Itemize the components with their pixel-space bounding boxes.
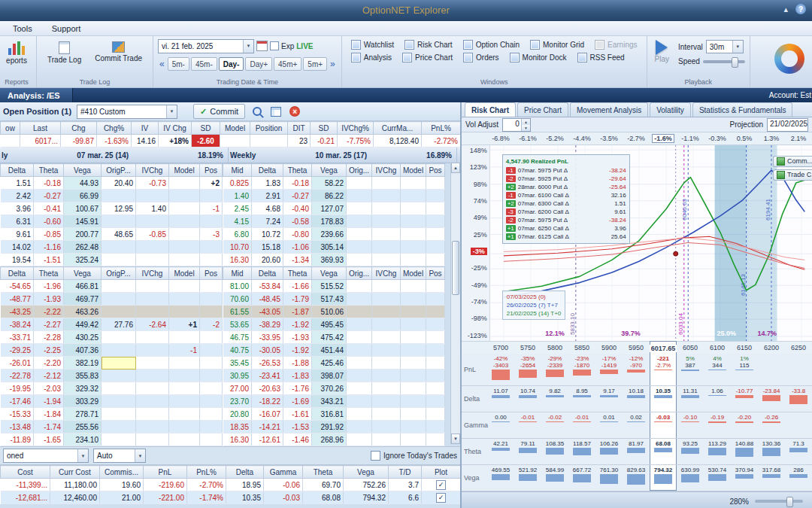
cell[interactable]: 752.26 xyxy=(344,479,389,491)
cell[interactable] xyxy=(169,190,200,202)
cell[interactable] xyxy=(200,280,223,293)
cell[interactable] xyxy=(200,215,223,228)
cell[interactable]: 19.54 xyxy=(1,254,34,266)
interval-dropdown-icon[interactable]: ▼ xyxy=(732,41,743,53)
cell[interactable]: -0.40 xyxy=(283,202,312,215)
cell[interactable] xyxy=(136,241,169,254)
cell[interactable]: 68.08 xyxy=(303,491,344,504)
cell[interactable]: 268.96 xyxy=(312,433,347,446)
cell[interactable] xyxy=(426,280,445,293)
cell[interactable] xyxy=(401,357,426,370)
vol-adjust-stepper[interactable]: 0 ▲ ▼ xyxy=(502,118,531,132)
cell[interactable] xyxy=(169,280,200,293)
cell[interactable]: 2.45 xyxy=(223,202,252,215)
cell[interactable]: 451.44 xyxy=(312,344,347,357)
cell[interactable] xyxy=(347,228,372,241)
cell[interactable]: 1.40 xyxy=(136,202,169,215)
cell[interactable]: 127.07 xyxy=(312,202,347,215)
cell[interactable]: -221.00 xyxy=(144,491,187,504)
cell[interactable]: 8,128.40 xyxy=(374,135,422,148)
cell[interactable]: 495.45 xyxy=(312,318,347,331)
menu-tools[interactable]: Tools xyxy=(11,23,35,34)
cell[interactable] xyxy=(169,421,200,433)
toggle-watchlist[interactable]: Watchlist xyxy=(347,38,398,51)
cell[interactable]: -1.53 xyxy=(283,421,312,433)
cell[interactable] xyxy=(426,382,445,395)
collapse-ribbon-icon[interactable]: ▴ xyxy=(783,5,788,14)
cell[interactable] xyxy=(102,433,136,446)
panel-button-tradec[interactable]: Trade C... xyxy=(773,169,812,181)
column-header[interactable]: IVChg xyxy=(372,164,401,177)
ignore-trades-checkbox[interactable] xyxy=(371,451,380,461)
cell[interactable]: 12.95 xyxy=(102,202,136,215)
cell[interactable]: -33.95 xyxy=(252,331,283,344)
cell[interactable] xyxy=(200,241,223,254)
expiry-left[interactable]: ly 07 mar. 25 (14) 18.19% xyxy=(0,148,229,163)
cell[interactable] xyxy=(372,293,401,306)
column-header[interactable]: Theta xyxy=(283,267,312,280)
cell[interactable]: -1.76 xyxy=(283,382,312,395)
cell[interactable]: 329.32 xyxy=(64,382,102,395)
column-header[interactable]: ow xyxy=(1,122,20,135)
cell[interactable]: 425.46 xyxy=(312,357,347,370)
column-header[interactable]: Curr Cost xyxy=(50,466,100,479)
cell[interactable] xyxy=(200,382,223,395)
toggle-rss-feed[interactable]: RSS Feed xyxy=(573,51,629,64)
cell[interactable] xyxy=(200,254,223,266)
cell[interactable] xyxy=(401,228,426,241)
cell[interactable] xyxy=(102,344,136,357)
cell[interactable]: 44.93 xyxy=(64,177,102,190)
scroll-up-icon[interactable]: ▲ xyxy=(451,163,460,173)
cell[interactable] xyxy=(169,241,200,254)
cell[interactable] xyxy=(102,254,136,266)
cell[interactable]: 517.43 xyxy=(312,293,347,306)
column-header[interactable]: Last xyxy=(20,122,61,135)
cell[interactable]: 3.7 xyxy=(389,479,422,491)
column-header[interactable]: Theta xyxy=(283,164,312,177)
cell[interactable] xyxy=(200,306,223,318)
cell[interactable] xyxy=(169,331,200,344)
cell[interactable]: -16.07 xyxy=(252,408,283,421)
cell[interactable] xyxy=(136,370,169,382)
panel-button-comm[interactable]: Comm... xyxy=(773,156,812,167)
cell[interactable]: -1.66 xyxy=(283,280,312,293)
cell[interactable] xyxy=(426,331,445,344)
cell[interactable] xyxy=(347,370,372,382)
cell[interactable]: -0.60 xyxy=(34,215,64,228)
toggle-price-chart[interactable]: Price Chart xyxy=(398,51,457,64)
zoom-search-button[interactable] xyxy=(250,105,264,118)
cell[interactable] xyxy=(102,357,136,370)
column-header[interactable]: Cost xyxy=(1,466,50,479)
column-header[interactable]: Gamma xyxy=(264,466,303,479)
scroll-down-icon[interactable]: ▼ xyxy=(451,433,460,444)
cell[interactable] xyxy=(169,215,200,228)
cell[interactable]: -219.60 xyxy=(144,479,187,491)
cell[interactable] xyxy=(169,306,200,318)
expiry-right[interactable]: Weekly 10 mar. 25 (17) 16.89% xyxy=(229,148,457,163)
cell[interactable]: -0.85 xyxy=(34,228,64,241)
cell[interactable]: -2.27 xyxy=(34,318,64,331)
column-header[interactable]: Model xyxy=(220,122,250,135)
cell[interactable]: -3 xyxy=(200,228,223,241)
cell[interactable] xyxy=(200,433,223,446)
cell[interactable]: 19.60 xyxy=(100,479,144,491)
position-selector-dropdown-icon[interactable]: ▼ xyxy=(166,105,177,118)
plot-checkbox[interactable]: ✓ xyxy=(436,480,446,490)
cell[interactable]: -19.95 xyxy=(1,382,34,395)
cell[interactable]: 145.91 xyxy=(64,215,102,228)
cell[interactable]: -43.05 xyxy=(252,306,283,318)
cell[interactable]: 369.93 xyxy=(312,254,347,266)
projection-date-input[interactable]: 21/02/2025 xyxy=(767,118,808,132)
cell[interactable]: 66.99 xyxy=(64,190,102,202)
cell[interactable]: 16.30 xyxy=(223,433,252,446)
cell[interactable]: 20.60 xyxy=(252,254,283,266)
cell[interactable] xyxy=(169,202,200,215)
cell[interactable] xyxy=(169,433,200,446)
column-header[interactable]: SD xyxy=(192,122,220,135)
cell[interactable]: -1.16 xyxy=(34,241,64,254)
cell[interactable]: 7.24 xyxy=(252,215,283,228)
cell[interactable]: -2.64 xyxy=(136,318,169,331)
toggle-monitor-grid[interactable]: Monitor Grid xyxy=(526,38,589,51)
cell[interactable] xyxy=(372,433,401,446)
cell[interactable] xyxy=(1,135,20,148)
